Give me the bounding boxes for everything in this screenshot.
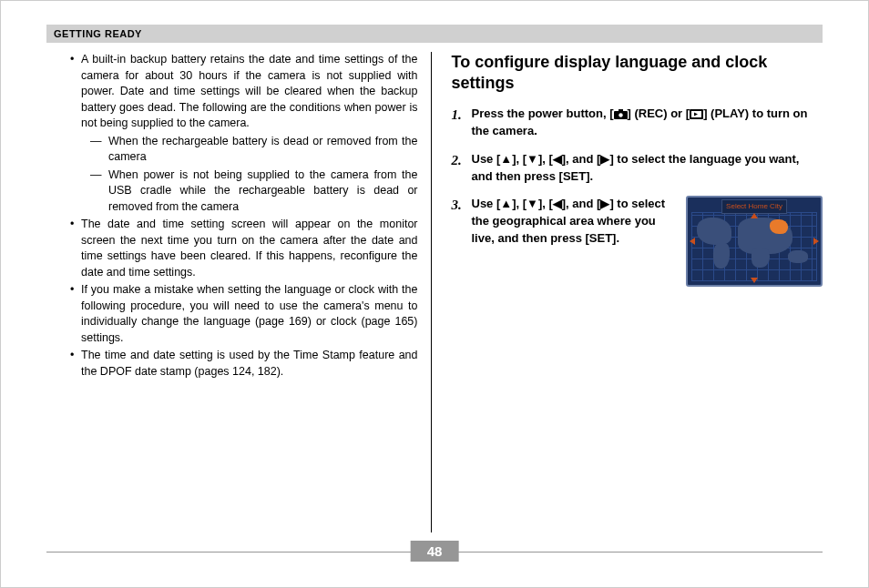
step-number: 1. [452,106,472,140]
step-2: 2. Use [▲], [▼], [◀], and [▶] to select … [452,151,823,186]
step-3: 3. Use [▲], [▼], [◀], and [▶] to select … [452,196,823,287]
step3-content: Use [▲], [▼], [◀], and [▶] to select the… [472,196,823,287]
bullet-item: The date and time setting screen will ap… [72,217,418,280]
step-number: 2. [452,151,472,186]
play-mode-icon [690,109,703,119]
nav-down-icon [751,278,758,283]
dash-item: When power is not being supplied to the … [81,167,418,216]
dash-item: When the rechargeable battery is dead or… [81,134,418,166]
page-number: 48 [411,541,459,562]
left-column: A built-in backup battery retains the da… [46,52,431,532]
map-continent [788,250,808,263]
section-title: To configure display language and clock … [452,52,823,93]
section-header-text: GETTING READY [54,28,142,39]
camera-rec-icon [614,109,628,119]
map-title: Select Home City [721,199,787,213]
bullet-list: A built-in backup battery retains the da… [72,52,418,380]
right-column: To configure display language and clock … [432,52,823,532]
step-text: Use [▲], [▼], [◀], and [▶] to select the… [472,151,823,186]
svg-point-2 [619,113,622,117]
bullet-item: If you make a mistake when setting the l… [72,282,418,346]
step-number: 3. [452,196,472,287]
content-columns: A built-in backup battery retains the da… [46,52,823,532]
nav-left-icon [690,238,695,245]
bullet-item: The time and date setting is used by the… [72,348,418,380]
bullet-item: A built-in backup battery retains the da… [72,52,418,215]
section-header: GETTING READY [46,25,823,43]
map-highlight-region [770,219,788,234]
step-1: 1. Press the power button, [] (REC) or [… [452,106,823,140]
nav-right-icon [813,238,819,245]
nav-up-icon [751,213,758,218]
svg-rect-1 [619,109,623,112]
step-text: Use [▲], [▼], [◀], and [▶] to select the… [472,196,676,248]
step-text: Press the power button, [] (REC) or [] (… [472,106,823,140]
bullet-text: A built-in backup battery retains the da… [81,53,418,129]
map-continent [697,218,731,245]
world-map-figure: Select Home City [686,196,823,287]
